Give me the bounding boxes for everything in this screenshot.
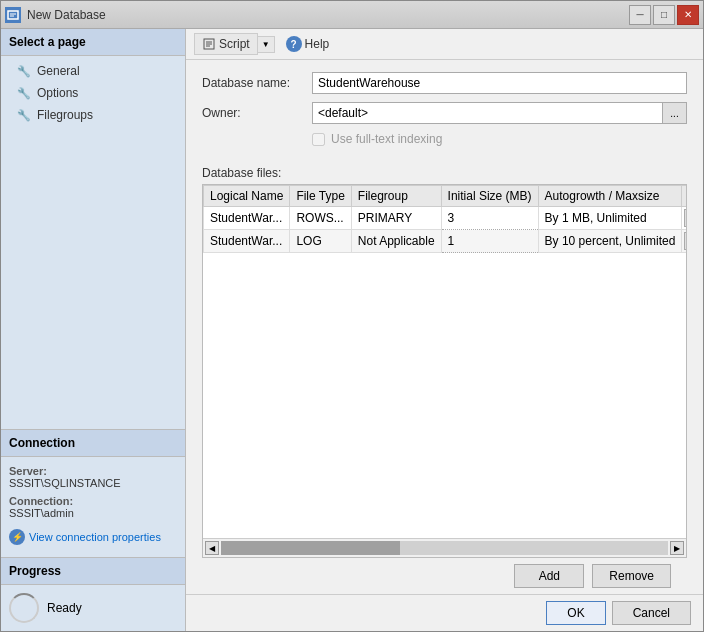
scrollbar-thumb[interactable] xyxy=(221,541,400,555)
view-connection-label: View connection properties xyxy=(29,531,161,543)
add-remove-buttons: Add Remove xyxy=(202,558,687,594)
main-window: New Database ─ □ ✕ Select a page 🔧 Gener… xyxy=(0,0,704,632)
help-button[interactable]: ? Help xyxy=(279,33,337,55)
connection-value: SSSIT\admin xyxy=(9,507,177,519)
form-area: Database name: Owner: ... Use full-text … xyxy=(186,60,703,166)
minimize-button[interactable]: ─ xyxy=(629,5,651,25)
fulltext-label: Use full-text indexing xyxy=(331,132,442,146)
row1-filegroup: PRIMARY xyxy=(351,207,441,230)
progress-status: Ready xyxy=(47,601,82,615)
row1-logical-name: StudentWar... xyxy=(204,207,290,230)
files-table-container: Logical Name File Type Filegroup Initial… xyxy=(202,184,687,558)
toolbar: Script ▼ ? Help xyxy=(186,29,703,60)
col-initial-size: Initial Size (MB) xyxy=(441,186,538,207)
files-table: Logical Name File Type Filegroup Initial… xyxy=(203,185,686,253)
sidebar-header: Select a page xyxy=(1,29,185,56)
row1-file-type: ROWS... xyxy=(290,207,351,230)
close-button[interactable]: ✕ xyxy=(677,5,699,25)
help-icon: ? xyxy=(286,36,302,52)
scroll-left-button[interactable]: ◀ xyxy=(205,541,219,555)
sidebar-item-options[interactable]: 🔧 Options xyxy=(1,82,185,104)
table-scroll-area[interactable]: Logical Name File Type Filegroup Initial… xyxy=(203,185,686,538)
owner-browse-button[interactable]: ... xyxy=(663,102,687,124)
connection-props-icon: ⚡ xyxy=(9,529,25,545)
col-logical-name: Logical Name xyxy=(204,186,290,207)
owner-input[interactable] xyxy=(312,102,663,124)
script-dropdown-arrow[interactable]: ▼ xyxy=(258,36,275,53)
window-icon xyxy=(5,7,21,23)
connection-header: Connection xyxy=(1,429,185,457)
sidebar-item-general-label: General xyxy=(37,64,80,78)
remove-button[interactable]: Remove xyxy=(592,564,671,588)
progress-section: Ready xyxy=(1,585,185,631)
db-name-label: Database name: xyxy=(202,76,312,90)
progress-spinner xyxy=(9,593,39,623)
sidebar-item-filegroups[interactable]: 🔧 Filegroups xyxy=(1,104,185,126)
horizontal-scrollbar[interactable]: ◀ ▶ xyxy=(203,538,686,557)
script-dropdown[interactable]: Script ▼ xyxy=(194,33,275,55)
script-label: Script xyxy=(219,37,250,51)
sidebar-items: 🔧 General 🔧 Options 🔧 Filegroups xyxy=(1,56,185,130)
title-bar: New Database ─ □ ✕ xyxy=(1,1,703,29)
table-header-row: Logical Name File Type Filegroup Initial… xyxy=(204,186,687,207)
server-label: Server: xyxy=(9,465,177,477)
row1-autogrowth: By 1 MB, Unlimited xyxy=(538,207,682,230)
right-panel: Script ▼ ? Help Database name: Owner: xyxy=(186,29,703,631)
row1-browse-button[interactable]: ... xyxy=(684,209,686,227)
row2-btn1: ... xyxy=(682,230,686,253)
filegroups-icon: 🔧 xyxy=(17,109,31,122)
fulltext-row: Use full-text indexing xyxy=(312,132,687,146)
wrench-icon: 🔧 xyxy=(17,65,31,78)
row2-filegroup: Not Applicable xyxy=(351,230,441,253)
col-autogrowth: Autogrowth / Maxsize xyxy=(538,186,682,207)
db-files-section: Database files: Logical Name File Type F… xyxy=(186,166,703,594)
window-title: New Database xyxy=(27,8,106,22)
row1-btn1: ... xyxy=(682,207,686,230)
owner-row: Owner: ... xyxy=(202,102,687,124)
row2-logical-name: StudentWar... xyxy=(204,230,290,253)
connection-label: Connection: xyxy=(9,495,177,507)
ok-button[interactable]: OK xyxy=(546,601,605,625)
cancel-button[interactable]: Cancel xyxy=(612,601,691,625)
owner-label: Owner: xyxy=(202,106,312,120)
db-name-input[interactable] xyxy=(312,72,687,94)
help-label: Help xyxy=(305,37,330,51)
connection-details: Server: SSSIT\SQLINSTANCE Connection: SS… xyxy=(1,457,185,557)
dialog-footer: OK Cancel xyxy=(186,594,703,631)
server-value: SSSIT\SQLINSTANCE xyxy=(9,477,177,489)
view-connection-link[interactable]: ⚡ View connection properties xyxy=(9,525,177,549)
scrollbar-track[interactable] xyxy=(221,541,668,555)
table-row: StudentWar... LOG Not Applicable 1 By 10… xyxy=(204,230,687,253)
sidebar-item-general[interactable]: 🔧 General xyxy=(1,60,185,82)
row2-autogrowth: By 10 percent, Unlimited xyxy=(538,230,682,253)
sidebar: Select a page 🔧 General 🔧 Options 🔧 File… xyxy=(1,29,186,631)
sidebar-item-filegroups-label: Filegroups xyxy=(37,108,93,122)
files-table-body: StudentWar... ROWS... PRIMARY 3 By 1 MB,… xyxy=(204,207,687,253)
fulltext-checkbox[interactable] xyxy=(312,133,325,146)
progress-header: Progress xyxy=(1,557,185,585)
table-row: StudentWar... ROWS... PRIMARY 3 By 1 MB,… xyxy=(204,207,687,230)
script-button[interactable]: Script xyxy=(194,33,258,55)
db-files-header: Database files: xyxy=(202,166,687,180)
row2-file-type: LOG xyxy=(290,230,351,253)
sidebar-item-options-label: Options xyxy=(37,86,78,100)
row1-initial-size[interactable]: 3 xyxy=(441,207,538,230)
db-name-row: Database name: xyxy=(202,72,687,94)
col-p: P xyxy=(682,186,686,207)
col-file-type: File Type xyxy=(290,186,351,207)
main-content: Select a page 🔧 General 🔧 Options 🔧 File… xyxy=(1,29,703,631)
svg-rect-0 xyxy=(8,11,18,19)
add-button[interactable]: Add xyxy=(514,564,584,588)
maximize-button[interactable]: □ xyxy=(653,5,675,25)
options-icon: 🔧 xyxy=(17,87,31,100)
row2-browse-button[interactable]: ... xyxy=(684,232,686,250)
owner-input-group: ... xyxy=(312,102,687,124)
scroll-right-button[interactable]: ▶ xyxy=(670,541,684,555)
row2-initial-size[interactable]: 1 xyxy=(441,230,538,253)
col-filegroup: Filegroup xyxy=(351,186,441,207)
